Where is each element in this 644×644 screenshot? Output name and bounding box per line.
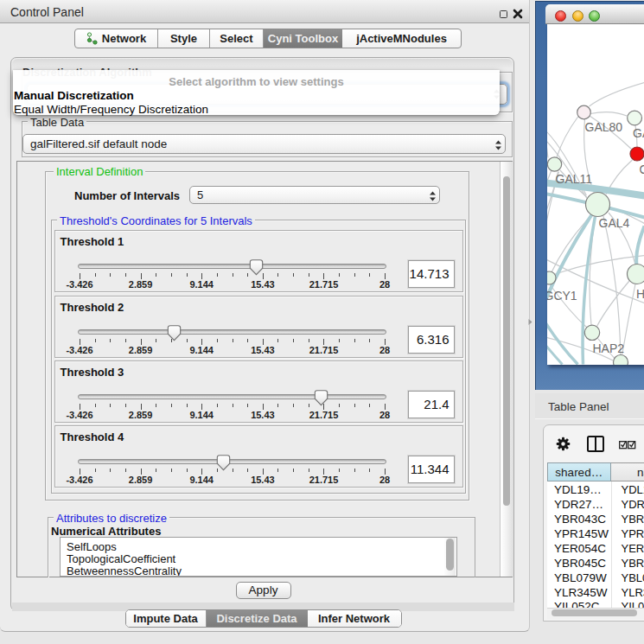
svg-text:GAL4: GAL4 [598,215,629,229]
svg-text:C: C [639,163,644,176]
svg-text:HAP2: HAP2 [592,341,624,355]
svg-text:GCY1: GCY1 [547,289,577,303]
svg-text:GA: GA [633,126,644,140]
svg-text:GAL80: GAL80 [584,119,622,133]
svg-text:H: H [636,287,644,301]
svg-text:GAL11: GAL11 [555,172,592,186]
